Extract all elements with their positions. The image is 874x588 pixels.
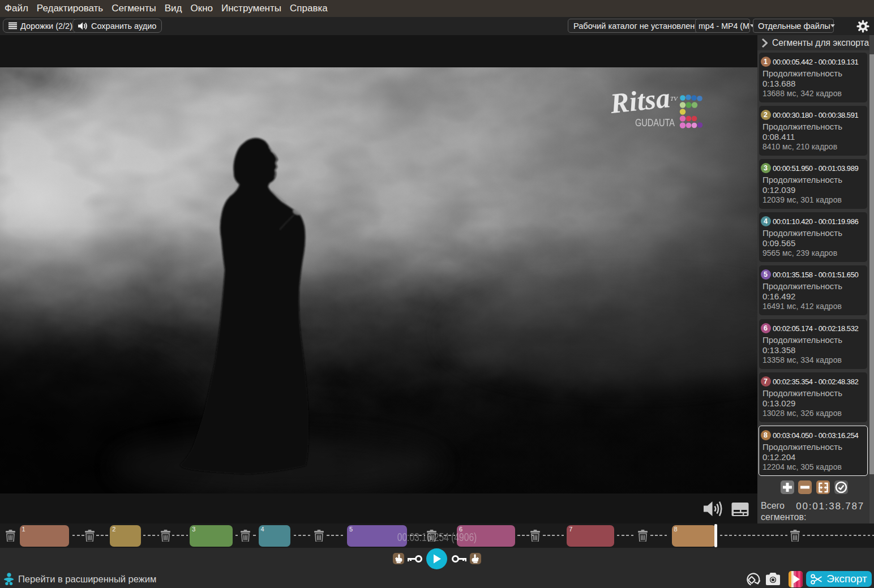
svg-text:GUDAUTA: GUDAUTA xyxy=(635,117,675,128)
svg-text:Ritsa: Ritsa xyxy=(608,81,671,119)
svg-text:TV: TV xyxy=(670,95,678,102)
